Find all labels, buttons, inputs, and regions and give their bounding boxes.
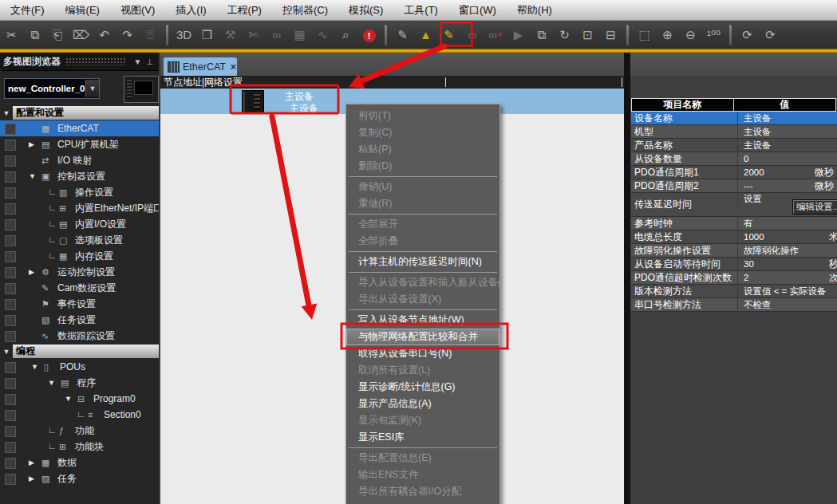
tree-item[interactable]: ▼⊟Program0 <box>0 391 159 407</box>
fit-zoom-icon[interactable]: ⬚ <box>633 24 656 46</box>
tree-item[interactable]: ▶⚙运动控制设置 <box>0 264 159 280</box>
pin-icon[interactable]: ⊥ <box>144 57 156 66</box>
paste-icon[interactable]: ⎗ <box>46 24 69 46</box>
property-row[interactable]: 电缆总长度1000米 <box>631 230 837 244</box>
search-icon[interactable]: ⌕ <box>334 24 357 46</box>
controller-dropdown-arrow-icon[interactable]: ▼ <box>85 80 99 97</box>
sync-transfer-from-icon[interactable]: ⟳ <box>759 24 782 46</box>
chevron-down-icon[interactable]: ▼ <box>131 57 144 66</box>
context-menu-item[interactable]: 显示ESI库 <box>346 429 499 446</box>
property-row[interactable]: PDO通信周期2---微秒 <box>631 179 837 193</box>
transfer-from-controller-icon[interactable]: ⊟ <box>599 24 622 46</box>
tree-item[interactable]: ∟⊞内置EtherNet/IP端口设置 <box>0 200 159 216</box>
menubar-item[interactable]: 工程(P) <box>217 0 272 20</box>
tree-section-header[interactable]: ▼编程 <box>0 344 159 359</box>
zoom-out-icon[interactable]: ⊖ <box>679 24 702 46</box>
controller-select[interactable]: new_Controller_0 ▼ <box>4 78 100 99</box>
transfer-to-controller-icon[interactable]: ⊡ <box>576 24 599 46</box>
watch-window-icon[interactable]: ∞ <box>265 24 288 46</box>
copy-stack-icon[interactable]: ⧉ <box>530 24 553 46</box>
3d-view-icon[interactable]: 3D <box>172 24 195 46</box>
tab-close-icon[interactable]: × <box>231 61 236 73</box>
sync-transfer-to-icon[interactable]: ⟳ <box>736 24 759 46</box>
property-row[interactable]: 参考时钟有 <box>631 217 837 230</box>
synchronize-icon[interactable]: ↻ <box>553 24 576 46</box>
build-check-icon[interactable]: ▲ <box>414 24 437 46</box>
property-row[interactable]: 故障弱化操作设置故障弱化操作 <box>631 244 837 258</box>
tree-item[interactable]: ⇄I/O 映射 <box>0 152 159 168</box>
section-collapse-icon[interactable]: ▼ <box>0 109 13 117</box>
cut-icon[interactable]: ✂ <box>0 24 23 46</box>
wire-cut-icon[interactable]: ✄ <box>242 24 265 46</box>
tab-ethercat[interactable]: EtherCAT × <box>164 57 237 76</box>
tree-item[interactable]: ▼▣控制器设置 <box>0 168 159 184</box>
menubar-item[interactable]: 文件(F) <box>0 0 55 20</box>
menubar-item[interactable]: 控制器(C) <box>272 0 338 20</box>
context-menu-item[interactable]: 显示产品信息(A) <box>346 396 499 412</box>
menubar-item[interactable]: 插入(I) <box>165 0 216 20</box>
expand-arrow-icon[interactable]: ▼ <box>31 359 38 375</box>
property-row[interactable]: 机型主设备 <box>631 125 837 139</box>
panel-splitter[interactable] <box>624 53 630 504</box>
context-menu-item[interactable]: 计算主机的传送延迟时间(N) <box>346 254 499 270</box>
tree-item[interactable]: ▶▨任务 <box>0 471 159 486</box>
context-menu-item[interactable]: 取得从设备串口号(N) <box>346 345 499 362</box>
menubar-item[interactable]: 编辑(E) <box>55 0 110 20</box>
context-menu-item[interactable]: 与物理网络配置比较和合并 <box>346 329 499 345</box>
expand-arrow-icon[interactable]: ▶ <box>29 136 34 152</box>
expand-arrow-icon[interactable]: ▶ <box>29 471 34 486</box>
tree-item[interactable]: ▼▤程序 <box>0 375 159 391</box>
tree-section-header[interactable]: ▼配置和设置 <box>0 105 159 120</box>
expand-arrow-icon[interactable]: ▼ <box>65 391 72 407</box>
property-row[interactable]: 从设备数量0 <box>631 152 837 166</box>
undo-icon[interactable]: ↶ <box>93 24 116 46</box>
redo-icon[interactable]: ↷ <box>116 24 139 46</box>
monitor-stop-icon[interactable]: ∞× <box>484 24 507 46</box>
expand-arrow-icon[interactable]: ▼ <box>29 168 36 184</box>
tree-item[interactable]: ∿数据跟踪设置 <box>0 328 159 344</box>
monitor-icon[interactable]: ∞ <box>460 24 484 46</box>
edit-settings-button[interactable]: 编辑设置... <box>792 199 837 215</box>
data-trace-icon[interactable]: ∿ <box>311 24 334 46</box>
copy-icon[interactable]: ⧉ <box>23 24 46 46</box>
property-row[interactable]: 从设备启动等待时间30秒 <box>631 258 837 271</box>
property-row[interactable]: 版本检测方法设置值 < = 实际设备 <box>631 285 837 298</box>
tree-item[interactable]: ▼▯POUs <box>0 359 159 375</box>
property-row[interactable]: 设备名称主设备 <box>631 112 837 125</box>
tree-item[interactable]: ∟▦内存设置 <box>0 248 159 264</box>
build-tools-icon[interactable]: ⚒ <box>219 24 242 46</box>
zoom-100-icon[interactable]: ¹⁰⁰ <box>702 24 725 46</box>
tree-item[interactable]: ▶▤CPU/扩展机架 <box>0 136 159 152</box>
menubar-item[interactable]: 帮助(H) <box>507 0 563 20</box>
tree-item[interactable]: ∟⊞功能块 <box>0 439 159 455</box>
tree-item[interactable]: ▧任务设置 <box>0 312 159 328</box>
property-row[interactable]: PDO通信周期12000微秒 <box>631 166 837 179</box>
zoom-in-icon[interactable]: ⊕ <box>656 24 679 46</box>
tree-item[interactable]: ✎Cam数据设置 <box>0 280 159 296</box>
menubar-item[interactable]: 视图(V) <box>110 0 165 20</box>
tree-item[interactable]: ⚑事件设置 <box>0 296 159 312</box>
edit-reference-icon[interactable]: ✎ <box>391 24 414 46</box>
expand-arrow-icon[interactable]: ▶ <box>29 264 34 280</box>
property-row[interactable]: PDO通信超时检测次数2次 <box>631 271 837 285</box>
property-row[interactable]: 产品名称主设备 <box>631 139 837 152</box>
tree-item[interactable]: ▶▦数据 <box>0 455 159 471</box>
expand-arrow-icon[interactable]: ▶ <box>29 455 34 471</box>
new-window-icon[interactable]: ❒ <box>195 24 219 46</box>
section-collapse-icon[interactable]: ▼ <box>0 348 13 356</box>
menubar-item[interactable]: 模拟(S) <box>338 0 393 20</box>
rebuild-icon[interactable]: ✎ <box>437 24 460 46</box>
tree-item[interactable]: ∟▤内置I/O设置 <box>0 216 159 232</box>
menubar-item[interactable]: 工具(T) <box>393 0 448 20</box>
tree-item[interactable]: ▦EtherCAT <box>0 120 159 136</box>
delete-icon[interactable]: ⌦ <box>69 24 93 46</box>
simulation-run-icon[interactable]: ▶ <box>507 24 530 46</box>
property-row[interactable]: 串口号检测方法不检查 <box>631 298 837 312</box>
context-menu-item[interactable]: 显示诊断/统计信息(G) <box>346 379 499 396</box>
tree-item[interactable]: ∟▥操作设置 <box>0 184 159 200</box>
tree-item[interactable]: ∟≡Section0 <box>0 407 159 423</box>
watch-table-icon[interactable]: ▦ <box>288 24 311 46</box>
expand-arrow-icon[interactable]: ▼ <box>48 375 55 391</box>
undo-list-icon[interactable]: ⍰ <box>139 24 162 46</box>
tree-item[interactable]: ∟ƒ功能 <box>0 423 159 439</box>
